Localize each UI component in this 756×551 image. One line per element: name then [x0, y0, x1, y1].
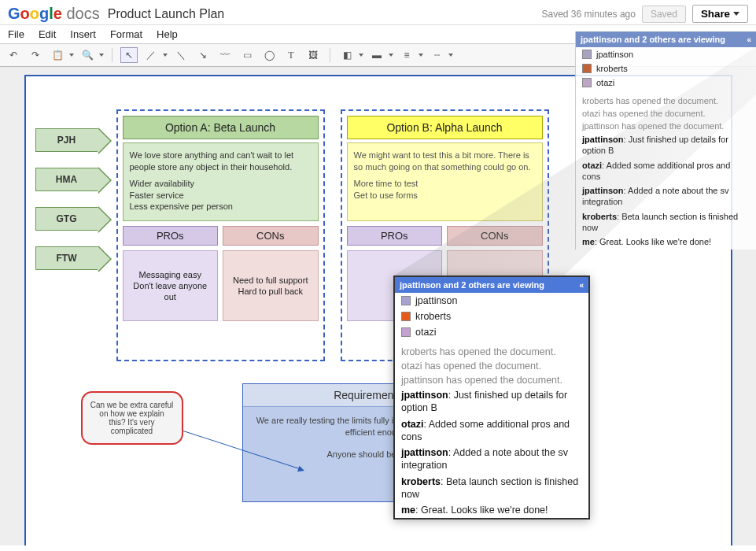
caret-icon[interactable]	[448, 54, 453, 57]
viewer-row: kroberts	[576, 61, 756, 76]
chat-message: me: Great. Looks like we're done!	[395, 502, 588, 518]
viewer-row: jpattinson	[576, 47, 756, 61]
option-a-title[interactable]: Option A: Beta Launch	[123, 116, 319, 139]
color-swatch-icon	[582, 78, 592, 87]
redo-icon[interactable]: ↷	[27, 47, 44, 63]
textbox-icon[interactable]: T	[282, 47, 300, 63]
viewer-row: kroberts	[395, 309, 588, 324]
option-b-body[interactable]: We might want to test this a bit more. T…	[347, 142, 543, 221]
arrow-label[interactable]: GTG	[35, 207, 98, 231]
viewer-row: otazi	[395, 324, 588, 340]
line-color-icon[interactable]: ▬	[368, 47, 385, 63]
option-a-desc: We love store anything and can't wait to…	[130, 150, 312, 173]
option-a-body[interactable]: We love store anything and can't wait to…	[123, 142, 319, 221]
chat-message: jpattinson: Just finished up details for…	[395, 387, 588, 416]
saved-button: Saved	[642, 6, 686, 23]
system-message: kroberts has opened the document.	[395, 345, 588, 359]
curve-icon[interactable]: 〰	[216, 47, 234, 63]
menu-format[interactable]: Format	[110, 28, 142, 40]
cons-header[interactable]: CONs	[223, 226, 319, 246]
caret-icon[interactable]	[389, 54, 393, 57]
viewer-row: jpattinson	[395, 293, 588, 309]
backslash-icon[interactable]: ＼	[172, 47, 190, 63]
system-message: kroberts has opened the document.	[576, 94, 756, 107]
color-swatch-icon	[582, 50, 592, 59]
option-b-desc: We might want to test this a bit more. T…	[354, 150, 536, 173]
document-title[interactable]: Product Launch Plan	[108, 7, 225, 21]
chat-message: otazi: Added some additional pros and co…	[395, 416, 588, 446]
share-button[interactable]: Share	[692, 5, 748, 23]
system-message: otazi has opened the document.	[395, 359, 588, 373]
rect-icon[interactable]: ▭	[238, 47, 256, 63]
arrow-label[interactable]: PJH	[35, 128, 98, 152]
caret-icon[interactable]	[69, 54, 74, 57]
google-docs-logo: Google docs	[8, 5, 100, 23]
viewer-name: kroberts	[596, 64, 628, 73]
viewer-name: otazi	[596, 78, 614, 87]
comment-callout[interactable]: Can we be extra careful on how we explai…	[81, 391, 183, 445]
chat-message: jpattinson: Just finished up details for…	[576, 132, 756, 158]
system-message: jpattinson has opened the document.	[395, 373, 588, 387]
caret-icon[interactable]	[359, 54, 363, 57]
image-icon[interactable]: 🖼	[304, 47, 322, 63]
clipboard-icon[interactable]: 📋	[49, 47, 66, 63]
chat-header[interactable]: jpattinson and 2 others are viewing «	[395, 277, 588, 293]
undo-icon[interactable]: ↶	[5, 47, 22, 63]
arrow-icon[interactable]: ↘	[194, 47, 212, 63]
menu-file[interactable]: File	[8, 28, 24, 40]
share-button-label: Share	[701, 8, 730, 20]
cons-header[interactable]: CONs	[447, 226, 543, 246]
color-swatch-icon	[401, 312, 411, 321]
line-weight-icon[interactable]: ≡	[398, 47, 415, 63]
pros-header[interactable]: PROs	[347, 226, 443, 246]
option-b-title[interactable]: Option B: Alpha Launch	[347, 116, 543, 139]
chat-panel-zoom[interactable]: jpattinson and 2 others are viewing « jp…	[393, 276, 590, 520]
option-b-bullets: More time to test Get to use forms	[354, 178, 536, 202]
pros-body[interactable]: Messaging easy Don't leave anyone out	[123, 250, 219, 321]
option-a-box[interactable]: Option A: Beta Launch We love store anyt…	[116, 109, 325, 361]
chat-message: jpattinson: Added a note about the sv in…	[395, 445, 588, 474]
pros-header[interactable]: PROs	[123, 226, 219, 246]
viewer-name: otazi	[415, 327, 436, 338]
shape-icon[interactable]: ◯	[260, 47, 278, 63]
pros-text: Messaging easy Don't leave anyone out	[128, 269, 213, 303]
chat-message: otazi: Added some additional pros and co…	[576, 158, 756, 184]
chat-message: kroberts: Beta launch section is finishe…	[576, 209, 756, 235]
viewer-name: jpattinson	[415, 295, 458, 306]
color-swatch-icon	[401, 327, 411, 337]
chat-message: me: Great. Looks like we're done!	[576, 235, 756, 249]
system-message: jpattinson has opened the document.	[576, 120, 756, 132]
cons-body[interactable]: Need to full support Hard to pull back	[223, 250, 319, 321]
caret-icon[interactable]	[99, 54, 104, 57]
header-bar: Google docs Product Launch Plan Saved 36…	[0, 0, 756, 25]
viewer-name: kroberts	[415, 311, 451, 322]
menu-insert[interactable]: Insert	[70, 28, 96, 40]
chat-message: jpattinson: Added a note about the sv in…	[576, 183, 756, 209]
pointer-icon[interactable]: ↖	[120, 47, 138, 63]
line-icon[interactable]: ／	[142, 47, 160, 63]
chat-message: kroberts: Beta launch section is finishe…	[395, 474, 588, 503]
color-swatch-icon	[401, 296, 411, 305]
chevron-collapse-icon[interactable]: «	[747, 35, 751, 44]
arrow-label[interactable]: FTW	[35, 246, 98, 270]
separator	[330, 48, 330, 62]
chevron-down-icon	[733, 12, 739, 16]
cons-text: Need to full support Hard to pull back	[233, 275, 308, 298]
color-swatch-icon	[582, 64, 592, 73]
fill-color-icon[interactable]: ◧	[338, 47, 356, 63]
saved-time-label: Saved 36 minutes ago	[542, 9, 636, 20]
zoom-icon[interactable]: 🔍	[79, 47, 96, 63]
menu-edit[interactable]: Edit	[39, 28, 56, 40]
separator	[112, 48, 112, 62]
chat-header[interactable]: jpattinson and 2 others are viewing «	[576, 31, 756, 47]
chat-header-text: jpattinson and 2 others are viewing	[400, 280, 544, 290]
caret-icon[interactable]	[163, 54, 168, 57]
line-dash-icon[interactable]: ┄	[428, 47, 445, 63]
menu-help[interactable]: Help	[157, 28, 178, 40]
chat-header-text: jpattinson and 2 others are viewing	[581, 35, 725, 44]
caret-icon[interactable]	[419, 54, 423, 57]
chat-panel-small[interactable]: jpattinson and 2 others are viewing « jp…	[575, 31, 756, 250]
option-a-bullets: Wider availability Faster service Less e…	[130, 178, 312, 213]
arrow-label[interactable]: HMA	[35, 168, 98, 191]
chevron-collapse-icon[interactable]: «	[579, 281, 584, 290]
